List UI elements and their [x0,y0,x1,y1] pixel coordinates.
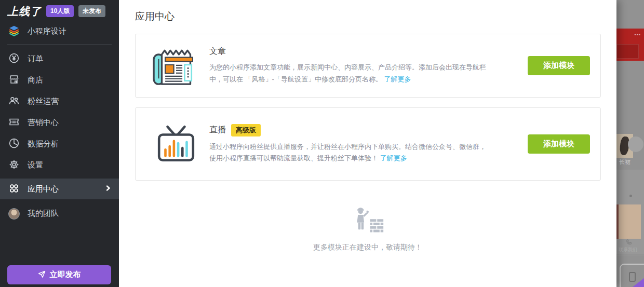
sidebar-item-label: 数据分析 [28,139,59,149]
sidebar-item-label: 我的团队 [28,209,59,218]
preview-contact-label: 联系我们 [619,247,637,253]
phone-preview-strip: ••• 长裙 联系我们 [616,0,644,287]
apps-grid-icon [8,183,20,196]
newspaper-icon [150,43,202,89]
publish-button-label: 立即发布 [50,270,81,280]
purple-corner-accent [633,278,644,287]
module-card-article: 文章 为您的小程序添加文章功能，展示新闻中心、内容展示、产品介绍等。添加后会出现… [135,34,601,98]
page-title: 应用中心 [135,10,616,23]
sidebar-item-label: 订单 [28,54,43,64]
module-info: 文章 为您的小程序添加文章功能，展示新闻中心、内容展示、产品介绍等。添加后会出现… [209,46,490,85]
sidebar-item-label: 小程序设计 [28,26,66,36]
sidebar-item-marketing[interactable]: 营销中心 [0,112,119,133]
module-description: 为您的小程序添加文章功能，展示新闻中心、内容展示、产品介绍等。添加后会出现在导航… [209,62,490,85]
sidebar-item-fans[interactable]: 粉丝运营 [0,91,119,112]
brand: 上线了 10人版 未发布 [0,0,119,21]
gear-icon [8,159,20,172]
module-description-text: 通过小程序向粉丝提供直播服务，并让粉丝在小程序内下单购买。结合微信公众号、微信群… [209,143,486,162]
module-name: 直播 [209,125,226,135]
sidebar-item-team[interactable]: 我的团队 [0,203,119,224]
coupon-icon [8,116,20,129]
storefront-icon [8,74,20,87]
learn-more-link[interactable]: 了解更多 [380,154,407,162]
app-builder-window: 上线了 10人版 未发布 小程序设计 [0,0,644,287]
under-construction-icon [351,229,384,238]
module-description: 通过小程序向粉丝提供直播服务，并让粉丝在小程序内下单购买。结合微信公众号、微信群… [209,141,490,165]
yuan-coin-icon [8,52,20,65]
fans-icon [8,95,20,108]
preview-product-label: 长裙 [619,158,630,166]
module-description-text: 为您的小程序添加文章功能，展示新闻中心、内容展示、产品介绍等。添加后会出现在导航… [209,63,486,83]
add-module-button[interactable]: 添加模块 [528,56,590,75]
preview-image [616,204,641,239]
plan-badge: 10人版 [46,5,74,17]
layers-icon [8,25,20,38]
rocket-icon [38,270,46,280]
sidebar-item-analytics[interactable]: 数据分析 [0,133,119,155]
sidebar-item-label: 粉丝运营 [28,97,59,106]
coming-soon-section: 更多模块正在建设中，敬请期待！ [119,204,616,252]
preview-divider [616,255,644,255]
publish-status-badge: 未发布 [78,5,105,17]
preview-category-circle [628,136,643,152]
preview-header: ••• [616,29,644,61]
module-info: 直播 高级版 通过小程序向粉丝提供直播服务，并让粉丝在小程序内下单购买。结合微信… [209,124,490,165]
sidebar-item-settings[interactable]: 设置 [0,155,119,176]
coming-soon-text: 更多模块正在建设中，敬请期待！ [119,243,616,252]
preview-banner [616,44,639,59]
sidebar-divider [7,44,112,45]
sidebar-item-label: 设置 [28,160,43,170]
premium-badge: 高级版 [231,124,261,136]
avatar [8,208,20,220]
sidebar: 上线了 10人版 未发布 小程序设计 [0,0,119,287]
sidebar-item-store[interactable]: 商店 [0,70,119,91]
preview-dot [629,195,632,197]
wechat-menu-dots-icon: ••• [635,32,641,37]
module-card-live: 直播 高级版 通过小程序向粉丝提供直播服务，并让粉丝在小程序内下单购买。结合微信… [135,107,601,181]
live-tv-icon [150,123,202,166]
chevron-right-icon [104,185,112,194]
sidebar-item-label: 应用中心 [28,184,59,194]
publish-button[interactable]: 立即发布 [7,265,111,284]
sidebar-item-label: 商店 [28,75,43,85]
app-center-panel: 应用中心 [119,0,616,287]
sidebar-item-appcenter[interactable]: 应用中心 [0,179,119,199]
learn-more-link[interactable]: 了解更多 [384,75,411,83]
sidebar-item-design[interactable]: 小程序设计 [0,21,119,42]
add-module-button[interactable]: 添加模块 [528,134,590,154]
brand-logo: 上线了 [7,4,42,19]
sidebar-item-label: 营销中心 [28,118,59,128]
sidebar-item-orders[interactable]: 订单 [0,48,119,70]
module-name: 文章 [209,46,226,57]
pie-chart-icon [8,138,20,151]
